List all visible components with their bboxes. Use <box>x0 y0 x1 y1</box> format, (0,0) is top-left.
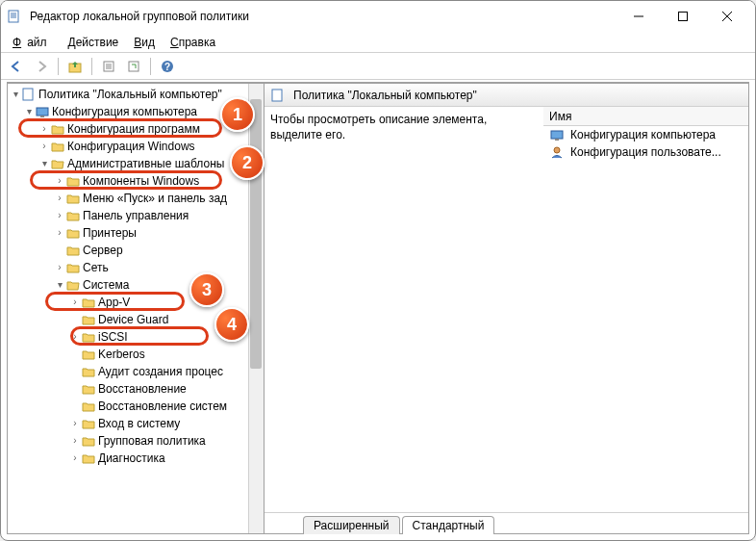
tree-item[interactable]: ›Панель управления <box>8 207 264 224</box>
tree-item[interactable]: Kerberos <box>8 346 264 363</box>
up-button[interactable] <box>63 56 87 77</box>
view-tabs: Расширенный Стандартный <box>265 512 748 533</box>
folder-icon <box>81 399 96 414</box>
folder-icon <box>65 260 81 275</box>
folder-icon <box>81 364 96 379</box>
app-icon <box>7 9 22 24</box>
tree-item[interactable]: ›Меню «Пуск» и панель зад <box>8 190 264 207</box>
details-title: Политика "Локальный компьютер" <box>293 89 477 102</box>
toolbar-separator <box>150 58 151 75</box>
tree-root[interactable]: ▾ Политика "Локальный компьютер" <box>8 86 264 103</box>
computer-icon <box>35 104 50 119</box>
expander-icon[interactable]: ▾ <box>38 155 50 172</box>
close-button[interactable] <box>705 1 749 32</box>
expander-icon[interactable]: › <box>69 432 81 450</box>
menu-action[interactable]: Действие <box>63 34 125 51</box>
expander-icon[interactable]: › <box>69 415 81 432</box>
folder-icon <box>81 451 96 466</box>
list-item[interactable]: Конфигурация компьютера <box>543 126 748 143</box>
folder-icon <box>81 312 96 327</box>
titlebar: Редактор локальной групповой политики <box>1 1 755 32</box>
tree-pane: ▾ Политика "Локальный компьютер" ▾ Конфи… <box>7 83 265 534</box>
expander-icon[interactable]: › <box>54 190 65 207</box>
folder-icon <box>81 329 96 345</box>
back-button[interactable] <box>5 56 28 77</box>
window-buttons <box>617 1 749 32</box>
expander-icon[interactable]: › <box>54 224 65 242</box>
tree-item[interactable]: ›Групповая политика <box>8 432 264 450</box>
expander-icon[interactable]: › <box>54 207 65 224</box>
expander-icon[interactable]: › <box>69 294 81 311</box>
menubar: Файл Действие Вид Справка <box>1 32 755 53</box>
expander-icon[interactable]: › <box>69 450 81 467</box>
svg-rect-19 <box>272 90 282 101</box>
folder-icon <box>65 243 81 258</box>
tree-admin-templates[interactable]: ▾ Административные шаблоны <box>8 155 264 172</box>
folder-icon <box>65 225 81 241</box>
expander-icon[interactable]: ▾ <box>10 86 21 103</box>
tab-extended[interactable]: Расширенный <box>303 516 400 534</box>
menu-view[interactable]: Вид <box>128 34 161 51</box>
folder-icon <box>81 347 96 362</box>
forward-button[interactable] <box>30 56 53 77</box>
expander-icon[interactable]: › <box>69 328 81 346</box>
menu-file[interactable]: Файл <box>7 34 59 51</box>
tab-standard[interactable]: Стандартный <box>402 516 495 534</box>
tree-item[interactable]: › Конфигурация программ <box>8 120 264 138</box>
toolbar-separator <box>58 58 59 75</box>
toolbar: ? <box>1 53 755 80</box>
details-header: Политика "Локальный компьютер" <box>265 84 748 107</box>
policy-tree: ▾ Политика "Локальный компьютер" ▾ Конфи… <box>8 84 264 467</box>
tree-item[interactable]: ›Компоненты Windows <box>8 172 264 190</box>
menu-help[interactable]: Справка <box>164 34 221 51</box>
folder-open-icon <box>50 156 65 171</box>
tree-item[interactable]: ›Диагностика <box>8 450 264 467</box>
svg-rect-5 <box>679 13 688 21</box>
tree-item[interactable]: Сервер <box>8 242 264 259</box>
folder-icon <box>81 381 96 397</box>
properties-button[interactable] <box>97 56 120 77</box>
minimize-button[interactable] <box>617 1 661 32</box>
tree-item[interactable]: Восстановление систем <box>8 398 264 415</box>
tree-device-guard[interactable]: Device Guard <box>8 311 264 328</box>
svg-point-22 <box>554 147 560 153</box>
svg-rect-18 <box>40 116 44 117</box>
computer-icon <box>549 127 565 142</box>
expander-icon[interactable]: ▾ <box>23 103 35 120</box>
tree-item[interactable]: ›Принтеры <box>8 224 264 242</box>
tree-item[interactable]: ›Сеть <box>8 259 264 276</box>
expander-icon[interactable]: › <box>38 120 50 138</box>
tree-item[interactable]: Аудит создания процес <box>8 363 264 380</box>
folder-icon <box>50 139 65 154</box>
user-icon <box>549 144 565 160</box>
svg-rect-16 <box>23 89 33 100</box>
details-list: Имя Конфигурация компьютера Конфигурация… <box>543 107 748 512</box>
tree-item[interactable]: Восстановление <box>8 380 264 398</box>
maximize-button[interactable] <box>661 1 705 32</box>
expander-icon[interactable]: › <box>54 259 65 276</box>
tree-scrollbar[interactable] <box>248 84 264 533</box>
column-header-name[interactable]: Имя <box>543 107 748 126</box>
scrollbar-thumb[interactable] <box>250 99 262 369</box>
details-description: Чтобы просмотреть описание элемента, выд… <box>270 113 538 142</box>
window-title: Редактор локальной групповой политики <box>30 10 617 23</box>
expander-icon[interactable]: › <box>38 138 50 155</box>
svg-rect-17 <box>37 108 48 116</box>
tree-system[interactable]: ▾Система <box>8 276 264 294</box>
svg-rect-13 <box>129 62 139 71</box>
policy-icon <box>21 87 37 102</box>
tree-computer-config[interactable]: ▾ Конфигурация компьютера <box>8 103 264 120</box>
refresh-button[interactable] <box>122 56 145 77</box>
help-button[interactable]: ? <box>156 56 179 77</box>
list-item[interactable]: Конфигурация пользовате... <box>543 143 748 161</box>
svg-rect-21 <box>555 139 559 141</box>
expander-icon[interactable]: ▾ <box>54 276 65 294</box>
tree-item[interactable]: ›iSCSI <box>8 328 264 346</box>
folder-icon <box>81 295 96 310</box>
folder-icon <box>81 433 96 449</box>
tree-item[interactable]: ›Вход в систему <box>8 415 264 432</box>
tree-item[interactable]: › Конфигурация Windows <box>8 138 264 155</box>
details-description-pane: Чтобы просмотреть описание элемента, выд… <box>265 107 543 512</box>
tree-item[interactable]: ›App-V <box>8 294 264 311</box>
expander-icon[interactable]: › <box>54 172 65 190</box>
